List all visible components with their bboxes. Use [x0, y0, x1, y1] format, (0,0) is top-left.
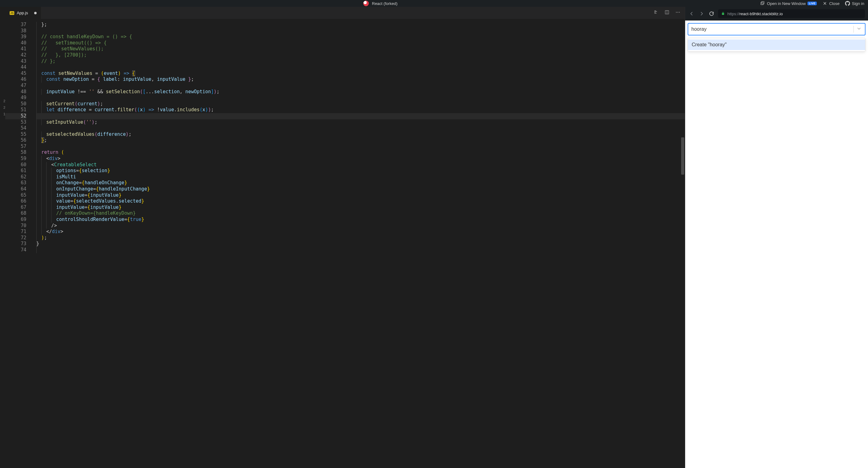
creatable-select-input[interactable] — [691, 26, 851, 32]
line-number: 69 — [5, 216, 26, 223]
code-line[interactable]: // }; — [36, 58, 685, 65]
line-number: 68 — [5, 210, 26, 216]
code-line[interactable]: value={selectedValues.selected} — [36, 198, 685, 204]
select-separator — [854, 26, 854, 33]
code-line[interactable]: } — [36, 241, 685, 247]
chevron-down-icon[interactable] — [856, 26, 862, 33]
select-option-create[interactable]: Create "hooray" — [688, 39, 865, 50]
prettier-icon[interactable] — [653, 10, 659, 16]
open-new-window-button[interactable]: Open in New Window LIVE — [760, 1, 817, 6]
close-button[interactable]: Close — [823, 1, 839, 6]
tab-filename: App.js — [17, 10, 28, 15]
line-number: 55 — [5, 131, 26, 138]
tab-app-js[interactable]: JS App.js — [5, 7, 41, 19]
code-line[interactable] — [36, 113, 685, 119]
line-number: 66 — [5, 198, 26, 204]
code-line[interactable] — [36, 125, 685, 131]
split-editor-icon[interactable] — [664, 10, 670, 16]
code-line[interactable] — [36, 83, 685, 89]
line-number: 65 — [5, 192, 26, 199]
code-line[interactable]: </div> — [36, 229, 685, 235]
code-line[interactable]: }; — [36, 137, 685, 144]
svg-point-5 — [676, 12, 677, 12]
code-line[interactable]: options={selection} — [36, 168, 685, 174]
line-number: 45 — [5, 70, 26, 77]
svg-rect-1 — [761, 2, 764, 5]
main: 221 JS App.js 37383940414243444546474849… — [0, 7, 868, 468]
forward-button[interactable] — [698, 10, 705, 17]
code-line[interactable]: /> — [36, 223, 685, 229]
code-line[interactable] — [36, 64, 685, 70]
open-new-window-label: Open in New Window — [767, 1, 806, 6]
code-line[interactable]: // const handleKeyDown = () => { — [36, 34, 685, 40]
code-line[interactable]: inputValue={inputValue} — [36, 204, 685, 211]
more-actions-icon[interactable] — [675, 10, 681, 16]
unsaved-dot-icon — [34, 12, 37, 14]
line-number: 44 — [5, 64, 26, 70]
code-line[interactable]: // setNewValues(); — [36, 46, 685, 52]
code-line[interactable]: onChange={handleOnChange} — [36, 180, 685, 186]
code-line[interactable] — [36, 28, 685, 34]
code-line[interactable]: <CreatableSelect — [36, 162, 685, 168]
code-line[interactable] — [36, 95, 685, 101]
code-line[interactable]: setInputValue(''); — [36, 119, 685, 125]
code-line[interactable]: return ( — [36, 149, 685, 156]
code-line[interactable]: const setNewValues = (event) => { — [36, 70, 685, 77]
reload-button[interactable] — [708, 10, 715, 17]
line-number: 73 — [5, 241, 26, 247]
code-line[interactable]: setCurrent(current); — [36, 101, 685, 107]
editor-body[interactable]: 3738394041424344454647484950515253545556… — [5, 19, 685, 468]
code-line[interactable] — [36, 247, 685, 253]
line-number: 52 — [5, 113, 26, 119]
code-line[interactable]: <div> — [36, 156, 685, 162]
line-number: 50 — [5, 101, 26, 107]
code-line[interactable]: inputValue={inputValue} — [36, 192, 685, 199]
code-line[interactable]: const newOption = { label: inputValue, i… — [36, 77, 685, 83]
code-line[interactable]: setselectedValues(difference); — [36, 131, 685, 138]
line-number: 39 — [5, 34, 26, 40]
code-line[interactable]: isMulti — [36, 174, 685, 180]
code-line[interactable]: ); — [36, 235, 685, 241]
line-number: 74 — [5, 247, 26, 253]
line-number: 41 — [5, 46, 26, 52]
lock-icon — [721, 11, 725, 16]
line-number: 51 — [5, 107, 26, 113]
marker-gutter: 221 — [0, 7, 5, 468]
code-line[interactable]: inputValue !== '' && setSelection([...se… — [36, 89, 685, 95]
line-number: 71 — [5, 229, 26, 235]
code-line[interactable]: // setTimeout(() => { — [36, 40, 685, 46]
line-number: 59 — [5, 156, 26, 162]
code-line[interactable]: // }, [2700]); — [36, 52, 685, 58]
scrollbar-track[interactable] — [681, 19, 685, 468]
line-number: 49 — [5, 95, 26, 101]
line-number: 40 — [5, 40, 26, 46]
line-number: 62 — [5, 174, 26, 180]
select-menu: Create "hooray" — [688, 38, 866, 52]
url-bar[interactable]: https://react-b9htkt.stackblitz.io — [718, 9, 865, 18]
code-line[interactable]: }; — [36, 22, 685, 28]
live-badge: LIVE — [807, 2, 817, 5]
code-line[interactable]: controlShouldRenderValue={true} — [36, 216, 685, 223]
svg-point-6 — [677, 12, 678, 12]
scrollbar-thumb[interactable] — [681, 137, 684, 175]
line-number: 54 — [5, 125, 26, 131]
back-button[interactable] — [688, 10, 695, 17]
code-line[interactable]: // onKeyDown={handleKeyDown} — [36, 210, 685, 216]
preview-pane: https://react-b9htkt.stackblitz.io Creat… — [685, 7, 868, 468]
code-line[interactable]: onInputChange={handleInputChange} — [36, 186, 685, 192]
code-line[interactable]: let difference = current.filter((x) => !… — [36, 107, 685, 113]
creatable-select-control[interactable] — [688, 23, 866, 35]
github-signin-button[interactable]: Sign in — [845, 1, 864, 6]
svg-rect-2 — [762, 1, 764, 4]
topbar: React (forked) Open in New Window LIVE C… — [0, 0, 868, 7]
line-number: 53 — [5, 119, 26, 125]
code-line[interactable] — [36, 144, 685, 150]
line-number: 67 — [5, 204, 26, 211]
line-number: 64 — [5, 186, 26, 192]
code-area[interactable]: };// const handleKeyDown = () => {// set… — [30, 19, 685, 468]
line-number-gutter: 3738394041424344454647484950515253545556… — [5, 19, 30, 468]
project-avatar-icon — [363, 1, 369, 6]
close-label: Close — [829, 1, 839, 6]
line-number: 63 — [5, 180, 26, 186]
line-number: 48 — [5, 89, 26, 95]
